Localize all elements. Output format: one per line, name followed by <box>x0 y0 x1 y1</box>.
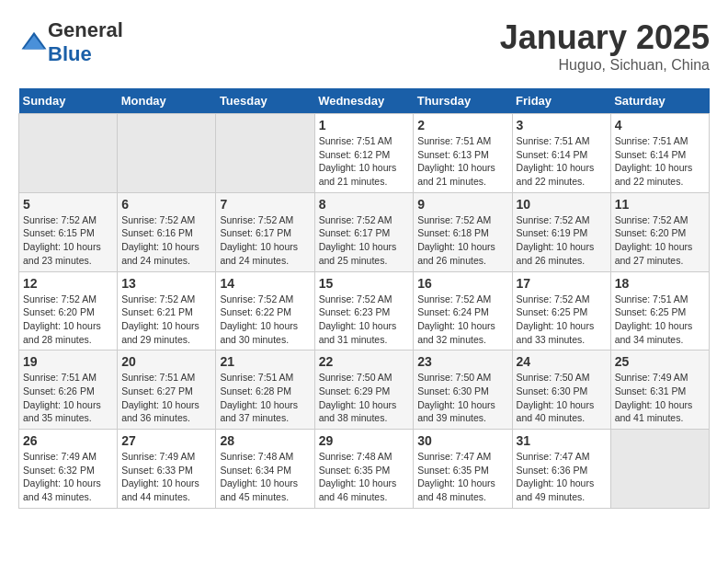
calendar-cell: 18Sunrise: 7:51 AM Sunset: 6:25 PM Dayli… <box>610 271 709 350</box>
day-info: Sunrise: 7:52 AM Sunset: 6:19 PM Dayligh… <box>517 213 607 268</box>
day-number: 9 <box>417 197 507 212</box>
day-number: 3 <box>517 118 607 132</box>
calendar-cell: 1Sunrise: 7:51 AM Sunset: 6:12 PM Daylig… <box>314 114 414 193</box>
calendar-cell: 30Sunrise: 7:47 AM Sunset: 6:35 PM Dayli… <box>414 430 512 509</box>
day-info: Sunrise: 7:52 AM Sunset: 6:24 PM Dayligh… <box>417 293 507 347</box>
day-info: Sunrise: 7:47 AM Sunset: 6:36 PM Dayligh… <box>517 450 607 504</box>
day-number: 8 <box>319 197 410 212</box>
calendar-cell: 28Sunrise: 7:48 AM Sunset: 6:34 PM Dayli… <box>216 430 314 509</box>
calendar-cell: 7Sunrise: 7:52 AM Sunset: 6:17 PM Daylig… <box>216 192 314 271</box>
week-row-4: 19Sunrise: 7:51 AM Sunset: 6:26 PM Dayli… <box>19 350 710 430</box>
calendar-cell: 2Sunrise: 7:51 AM Sunset: 6:13 PM Daylig… <box>414 114 512 193</box>
day-number: 7 <box>220 197 310 212</box>
day-info: Sunrise: 7:51 AM Sunset: 6:13 PM Dayligh… <box>417 134 507 189</box>
day-number: 6 <box>121 197 211 212</box>
calendar-cell <box>118 114 216 193</box>
day-number: 12 <box>23 276 113 291</box>
day-number: 2 <box>417 118 507 132</box>
day-number: 31 <box>517 433 607 448</box>
calendar-cell: 19Sunrise: 7:51 AM Sunset: 6:26 PM Dayli… <box>19 350 118 430</box>
day-number: 13 <box>121 276 211 291</box>
day-number: 25 <box>615 354 705 369</box>
day-number: 30 <box>417 433 507 448</box>
day-info: Sunrise: 7:49 AM Sunset: 6:33 PM Dayligh… <box>121 450 211 504</box>
day-number: 17 <box>517 276 607 291</box>
calendar-cell: 9Sunrise: 7:52 AM Sunset: 6:18 PM Daylig… <box>414 192 512 271</box>
calendar-cell: 31Sunrise: 7:47 AM Sunset: 6:36 PM Dayli… <box>512 430 610 509</box>
calendar-cell: 20Sunrise: 7:51 AM Sunset: 6:27 PM Dayli… <box>118 350 216 430</box>
day-number: 23 <box>417 354 507 369</box>
day-number: 15 <box>319 276 410 291</box>
day-info: Sunrise: 7:50 AM Sunset: 6:29 PM Dayligh… <box>319 371 410 425</box>
weekday-header-saturday: Saturday <box>610 88 709 114</box>
day-number: 18 <box>615 276 705 291</box>
day-info: Sunrise: 7:50 AM Sunset: 6:30 PM Dayligh… <box>417 371 507 425</box>
day-info: Sunrise: 7:47 AM Sunset: 6:35 PM Dayligh… <box>417 450 507 504</box>
calendar-cell: 11Sunrise: 7:52 AM Sunset: 6:20 PM Dayli… <box>610 192 709 271</box>
day-info: Sunrise: 7:52 AM Sunset: 6:20 PM Dayligh… <box>23 293 113 347</box>
day-number: 29 <box>319 433 410 448</box>
calendar-cell: 8Sunrise: 7:52 AM Sunset: 6:17 PM Daylig… <box>314 192 414 271</box>
calendar-cell: 5Sunrise: 7:52 AM Sunset: 6:15 PM Daylig… <box>19 192 118 271</box>
logo-blue-text: Blue <box>48 42 92 65</box>
day-number: 19 <box>23 354 113 369</box>
day-info: Sunrise: 7:52 AM Sunset: 6:21 PM Dayligh… <box>121 293 211 347</box>
calendar-cell: 3Sunrise: 7:51 AM Sunset: 6:14 PM Daylig… <box>512 114 610 193</box>
day-info: Sunrise: 7:52 AM Sunset: 6:23 PM Dayligh… <box>319 293 410 347</box>
week-row-3: 12Sunrise: 7:52 AM Sunset: 6:20 PM Dayli… <box>19 271 710 350</box>
month-title: January 2025 <box>500 18 710 57</box>
weekday-header-wednesday: Wednesday <box>314 88 414 114</box>
day-info: Sunrise: 7:50 AM Sunset: 6:30 PM Dayligh… <box>517 371 607 425</box>
day-info: Sunrise: 7:51 AM Sunset: 6:14 PM Dayligh… <box>615 134 705 189</box>
weekday-header-friday: Friday <box>512 88 610 114</box>
calendar-cell: 24Sunrise: 7:50 AM Sunset: 6:30 PM Dayli… <box>512 350 610 430</box>
day-info: Sunrise: 7:52 AM Sunset: 6:25 PM Dayligh… <box>517 293 607 347</box>
calendar-cell: 22Sunrise: 7:50 AM Sunset: 6:29 PM Dayli… <box>314 350 414 430</box>
day-info: Sunrise: 7:52 AM Sunset: 6:15 PM Dayligh… <box>23 213 113 268</box>
day-number: 20 <box>121 354 211 369</box>
weekday-header-monday: Monday <box>118 88 216 114</box>
calendar-cell: 25Sunrise: 7:49 AM Sunset: 6:31 PM Dayli… <box>610 350 709 430</box>
calendar-cell: 27Sunrise: 7:49 AM Sunset: 6:33 PM Dayli… <box>118 430 216 509</box>
day-info: Sunrise: 7:48 AM Sunset: 6:35 PM Dayligh… <box>319 450 410 504</box>
weekday-header-row: SundayMondayTuesdayWednesdayThursdayFrid… <box>19 88 710 114</box>
day-info: Sunrise: 7:52 AM Sunset: 6:17 PM Dayligh… <box>319 213 410 268</box>
calendar-cell: 15Sunrise: 7:52 AM Sunset: 6:23 PM Dayli… <box>314 271 414 350</box>
day-number: 5 <box>23 197 113 212</box>
day-info: Sunrise: 7:52 AM Sunset: 6:16 PM Dayligh… <box>121 213 211 268</box>
day-info: Sunrise: 7:51 AM Sunset: 6:14 PM Dayligh… <box>517 134 607 189</box>
calendar-cell: 29Sunrise: 7:48 AM Sunset: 6:35 PM Dayli… <box>314 430 414 509</box>
day-info: Sunrise: 7:49 AM Sunset: 6:32 PM Dayligh… <box>23 450 113 504</box>
calendar-cell: 17Sunrise: 7:52 AM Sunset: 6:25 PM Dayli… <box>512 271 610 350</box>
day-number: 22 <box>319 354 410 369</box>
day-info: Sunrise: 7:48 AM Sunset: 6:34 PM Dayligh… <box>220 450 310 504</box>
day-number: 27 <box>121 433 211 448</box>
weekday-header-tuesday: Tuesday <box>216 88 314 114</box>
day-number: 11 <box>615 197 705 212</box>
calendar-cell <box>19 114 118 193</box>
day-number: 16 <box>417 276 507 291</box>
calendar-cell: 14Sunrise: 7:52 AM Sunset: 6:22 PM Dayli… <box>216 271 314 350</box>
day-info: Sunrise: 7:52 AM Sunset: 6:20 PM Dayligh… <box>615 213 705 268</box>
calendar-cell: 26Sunrise: 7:49 AM Sunset: 6:32 PM Dayli… <box>19 430 118 509</box>
calendar-cell <box>610 430 709 509</box>
day-info: Sunrise: 7:52 AM Sunset: 6:22 PM Dayligh… <box>220 293 310 347</box>
calendar-cell: 4Sunrise: 7:51 AM Sunset: 6:14 PM Daylig… <box>610 114 709 193</box>
logo-icon <box>20 29 48 56</box>
day-number: 10 <box>517 197 607 212</box>
calendar-cell: 21Sunrise: 7:51 AM Sunset: 6:28 PM Dayli… <box>216 350 314 430</box>
day-info: Sunrise: 7:51 AM Sunset: 6:28 PM Dayligh… <box>220 371 310 425</box>
week-row-5: 26Sunrise: 7:49 AM Sunset: 6:32 PM Dayli… <box>19 430 710 509</box>
day-number: 14 <box>220 276 310 291</box>
week-row-2: 5Sunrise: 7:52 AM Sunset: 6:15 PM Daylig… <box>19 192 710 271</box>
calendar-cell: 16Sunrise: 7:52 AM Sunset: 6:24 PM Dayli… <box>414 271 512 350</box>
day-number: 24 <box>517 354 607 369</box>
weekday-header-sunday: Sunday <box>19 88 118 114</box>
calendar-cell: 13Sunrise: 7:52 AM Sunset: 6:21 PM Dayli… <box>118 271 216 350</box>
day-number: 1 <box>319 118 410 132</box>
weekday-header-thursday: Thursday <box>414 88 512 114</box>
day-info: Sunrise: 7:51 AM Sunset: 6:25 PM Dayligh… <box>615 293 705 347</box>
day-info: Sunrise: 7:52 AM Sunset: 6:18 PM Dayligh… <box>417 213 507 268</box>
calendar-cell: 6Sunrise: 7:52 AM Sunset: 6:16 PM Daylig… <box>118 192 216 271</box>
day-number: 4 <box>615 118 705 132</box>
